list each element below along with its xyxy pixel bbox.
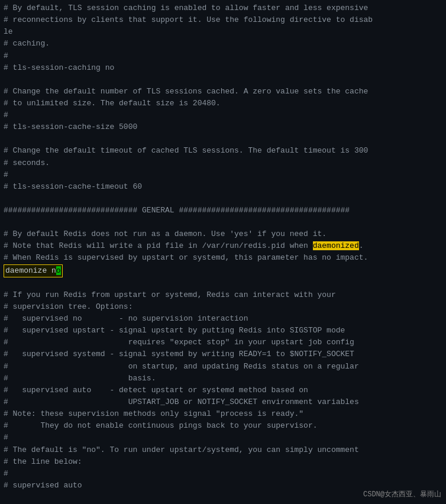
code-line: # — [0, 169, 446, 181]
code-line: ############################# GENERAL ##… — [0, 205, 446, 217]
code-line: # The default is "no". To run under upst… — [0, 444, 446, 456]
code-line: # seconds. — [0, 157, 446, 169]
code-line: # — [0, 50, 446, 62]
empty-line — [0, 193, 446, 205]
code-line: # supervised no - no supervision interac… — [0, 313, 446, 325]
empty-line — [0, 133, 446, 145]
code-line: # By default Redis does not run as a dae… — [0, 228, 446, 240]
code-line: # — [0, 432, 446, 444]
code-line: # If you run Redis from upstart or syste… — [0, 289, 446, 301]
code-line-highlight: # Note that Redis will write a pid file … — [0, 240, 446, 252]
code-line: # tls-session-cache-size 5000 — [0, 121, 446, 133]
code-line: # tls-session-cache-timeout 60 — [0, 181, 446, 193]
empty-line — [0, 217, 446, 228]
empty-line — [0, 74, 446, 86]
watermark: CSDN@女杰西亚、暴雨山 — [363, 489, 441, 500]
code-line: # supervised systemd - signal systemd by… — [0, 348, 446, 360]
cursor-char: o — [56, 266, 61, 275]
code-line: # They do not enable continuous pings ba… — [0, 420, 446, 432]
code-line: # supervision tree. Options: — [0, 301, 446, 313]
code-line: le — [0, 26, 446, 38]
code-line: # Change the default timeout of cached T… — [0, 145, 446, 157]
code-line: # tls-session-caching no — [0, 62, 446, 74]
code-line: # — [0, 109, 446, 121]
code-line: # — [0, 468, 446, 480]
highlighted-word: daemonized — [313, 241, 359, 250]
terminal: # By default, TLS session caching is ena… — [0, 0, 446, 504]
code-line: # Note: these supervision methods only s… — [0, 408, 446, 420]
code-line: # supervised auto - detect upstart or sy… — [0, 385, 446, 396]
code-line: # to unlimited size. The default size is… — [0, 98, 446, 109]
code-line: # reconnections by clients that support … — [0, 14, 446, 26]
code-line: # UPSTART_JOB or NOTIFY_SOCKET environme… — [0, 396, 446, 408]
code-line: # the line below: — [0, 456, 446, 468]
code-line: # By default, TLS session caching is ena… — [0, 2, 446, 14]
empty-line — [0, 277, 446, 289]
code-line: # Change the default number of TLS sessi… — [0, 86, 446, 98]
code-line: # on startup, and updating Redis status … — [0, 361, 446, 373]
active-code-line[interactable]: daemonize no — [0, 264, 446, 277]
code-line: # When Redis is supervised by upstart or… — [0, 252, 446, 264]
code-line: # supervised upstart - signal upstart by… — [0, 325, 446, 337]
code-line: # basis. — [0, 373, 446, 385]
active-line-box: daemonize no — [4, 264, 63, 277]
code-line: # caching. — [0, 38, 446, 50]
code-line: # requires "expect stop" in your upstart… — [0, 337, 446, 348]
